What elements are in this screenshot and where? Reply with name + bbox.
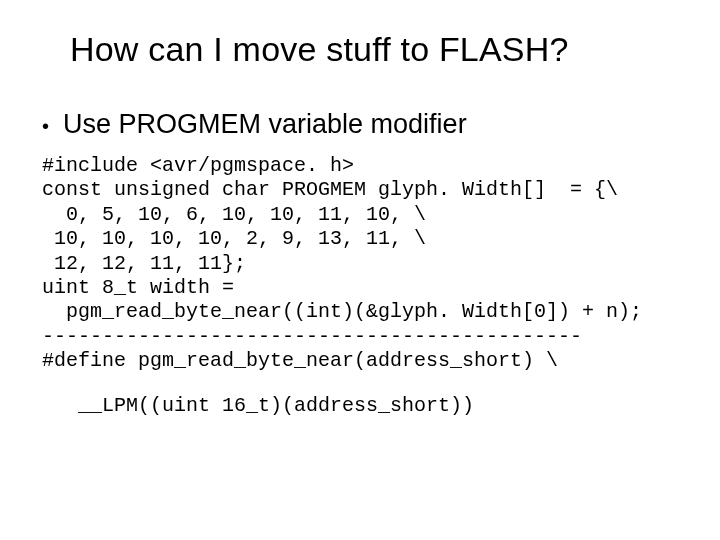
code-line-1: #include <avr/pgmspace. h> <box>42 154 680 178</box>
bullet-item: • Use PROGMEM variable modifier <box>40 109 680 140</box>
slide: How can I move stuff to FLASH? • Use PRO… <box>0 0 720 540</box>
code-line-9: __LPM((uint 16_t)(address_short)) <box>78 394 680 418</box>
blank-line <box>40 374 680 394</box>
code-line-6: uint 8_t width = <box>42 276 680 300</box>
code-line-3: 0, 5, 10, 6, 10, 10, 11, 10, \ <box>42 203 680 227</box>
code-line-8: #define pgm_read_byte_near(address_short… <box>42 349 680 373</box>
code-divider: ----------------------------------------… <box>42 325 680 349</box>
code-line-2: const unsigned char PROGMEM glyph. Width… <box>42 178 680 202</box>
page-title: How can I move stuff to FLASH? <box>70 30 680 69</box>
code-line-5: 12, 12, 11, 11}; <box>42 252 680 276</box>
bullet-dot-icon: • <box>42 116 49 136</box>
bullet-text: Use PROGMEM variable modifier <box>63 109 467 140</box>
code-line-7: pgm_read_byte_near((int)(&glyph. Width[0… <box>42 300 680 324</box>
code-line-4: 10, 10, 10, 10, 2, 9, 13, 11, \ <box>42 227 680 251</box>
